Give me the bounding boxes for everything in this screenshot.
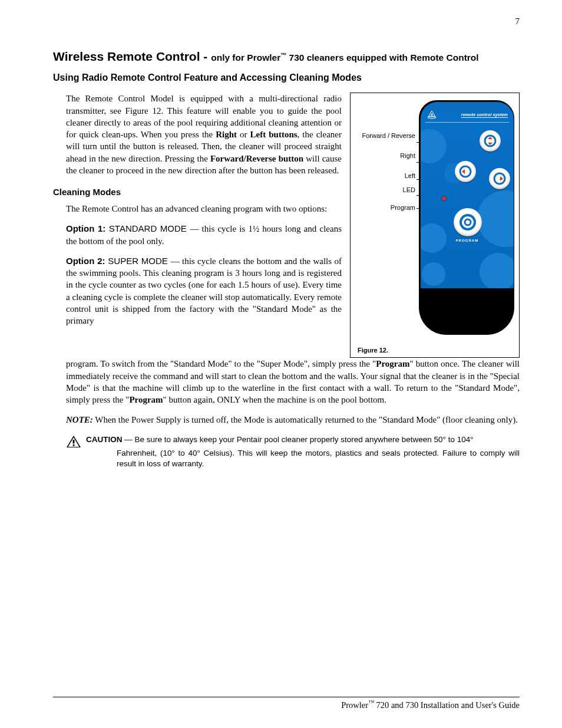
right-arrow-icon (493, 172, 506, 185)
figure-caption: Figure 12. (358, 347, 515, 354)
bold-text: Forward/Reverse button (210, 154, 303, 163)
svg-rect-7 (73, 444, 75, 446)
caution-first-line: Be sure to always keep your Pentair pool… (135, 435, 474, 444)
left-column: The Remote Control Model is equipped wit… (66, 93, 342, 327)
program-button (454, 208, 482, 236)
svg-point-2 (460, 166, 471, 177)
note-paragraph: NOTE: When the Power Supply is turned of… (66, 414, 520, 426)
svg-point-4 (461, 215, 475, 229)
caution-block: CAUTION — Be sure to always keep your Pe… (66, 434, 520, 448)
label-right: Right (354, 152, 415, 172)
page-number: 7 (515, 17, 520, 27)
bold-text: Program (129, 395, 163, 404)
option-2-lead: Option 2: (66, 256, 105, 266)
left-button (455, 161, 476, 182)
svg-rect-6 (73, 440, 75, 444)
up-down-arrows-icon (484, 134, 497, 147)
label-forward-reverse: Forward / Reverse (354, 132, 415, 152)
footer-post: 720 and 730 Installation and User's Guid… (374, 700, 520, 710)
bubble-icon (421, 129, 447, 163)
bold-text: Right (216, 130, 237, 139)
footer-pre: Prowler (341, 700, 368, 710)
footer-text: Prowler™ 720 and 730 Installation and Us… (341, 699, 520, 710)
title-main: Wireless Remote Control - (53, 50, 211, 63)
figure-inner: Forward / Reverse Right Left LED Program (354, 98, 515, 344)
option-2-mode: SUPER MODE (105, 256, 170, 266)
modes-intro: The Remote Control has an advanced clean… (66, 203, 342, 215)
note-body: When the Power Supply is turned off, the… (93, 415, 518, 424)
bubble-icon (480, 253, 514, 288)
remote-illustration: remote control system (419, 98, 514, 344)
figure-labels: Forward / Reverse Right Left LED Program (354, 98, 415, 212)
text: " button again, ONLY when the machine is… (163, 395, 386, 404)
logo-icon (427, 110, 437, 119)
forward-reverse-button (480, 130, 501, 151)
remote-brand-text: remote control system (461, 113, 508, 117)
bold-text: Left buttons (250, 130, 297, 139)
figure-12: Forward / Reverse Right Left LED Program (350, 93, 520, 358)
program-icon (459, 213, 477, 231)
heading-3-modes: Cleaning Modes (53, 187, 342, 197)
title-sub-post: 730 cleaners equipped with Remote Contro… (286, 52, 478, 62)
content-row: The Remote Control Model is equipped wit… (53, 93, 520, 358)
remote-face: remote control system (421, 102, 514, 288)
heading-2: Using Radio Remote Control Feature and A… (53, 73, 520, 83)
intro-paragraph: The Remote Control Model is equipped wit… (66, 93, 342, 176)
caution-dash: — (123, 435, 135, 444)
label-program: Program (354, 204, 415, 212)
option-2-body-left: — this cycle cleans the bottom and the w… (66, 256, 342, 325)
program-label: PROGRAM (421, 239, 514, 242)
option-1-lead: Option 1: (66, 223, 105, 233)
divider (425, 122, 509, 123)
caution-body: Fahrenheit, (10° to 40° Celsius). This w… (117, 448, 520, 469)
remote-body: remote control system (419, 100, 514, 335)
right-button (489, 168, 510, 189)
label-led: LED (354, 186, 415, 204)
led-indicator-icon (442, 196, 446, 200)
trademark-icon: ™ (280, 52, 286, 58)
caution-lead: CAUTION (86, 435, 123, 444)
remote-header: remote control system (421, 107, 514, 122)
bubble-icon (421, 223, 447, 253)
svg-point-3 (494, 173, 505, 184)
option-2: Option 2: SUPER MODE — this cycle cleans… (66, 255, 342, 327)
option-1-mode: STANDARD MODE (105, 223, 190, 233)
svg-point-5 (465, 219, 471, 225)
label-left: Left (354, 172, 415, 186)
caution-text: CAUTION — Be sure to always keep your Pe… (86, 434, 520, 445)
remote-connector-icon (462, 333, 471, 335)
left-arrow-icon (459, 165, 472, 178)
option-2-continued: program. To switch from the "Standard Mo… (66, 358, 520, 406)
page: 7 Wireless Remote Control - only for Pro… (0, 0, 562, 728)
warning-icon (66, 435, 81, 448)
heading-1: Wireless Remote Control - only for Prowl… (53, 48, 520, 64)
text: program. To switch from the "Standard Mo… (66, 359, 376, 368)
bold-text: Program (376, 359, 409, 368)
text: or (237, 130, 250, 139)
title-sub-pre: only for Prowler (211, 52, 280, 62)
footer-rule (53, 697, 520, 697)
note-lead: NOTE: (66, 415, 93, 424)
trademark-icon: ™ (368, 699, 374, 706)
option-1: Option 1: STANDARD MODE — this cycle is … (66, 223, 342, 247)
bubble-icon (422, 262, 445, 286)
